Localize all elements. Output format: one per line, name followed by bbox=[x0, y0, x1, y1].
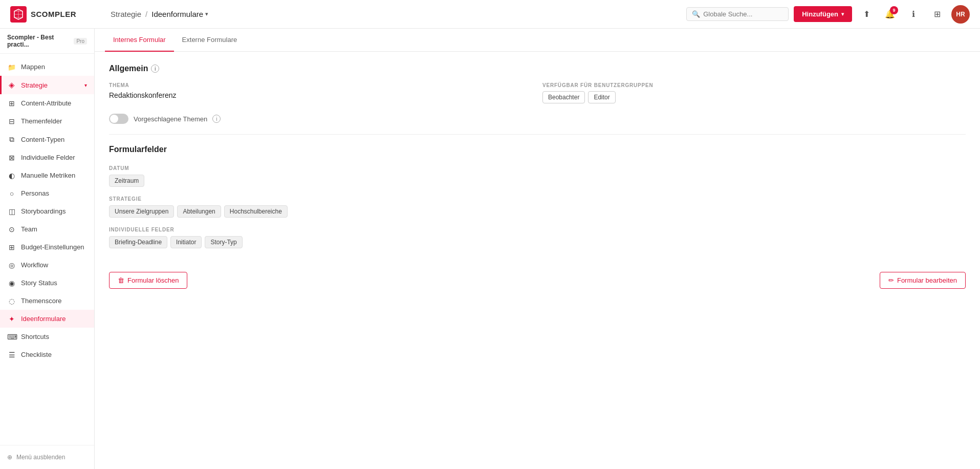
trash-icon: 🗑 bbox=[118, 276, 124, 284]
search-icon: 🔍 bbox=[692, 10, 700, 18]
allgemein-grid: THEMA Redaktionskonferenz VERFÜGBAR FÜR … bbox=[109, 82, 966, 103]
content-area: Allgemein i THEMA Redaktionskonferenz VE… bbox=[95, 52, 980, 301]
pencil-icon: ✏ bbox=[888, 276, 894, 284]
allgemein-info-icon[interactable]: i bbox=[151, 65, 159, 73]
section-allgemein-title: Allgemein i bbox=[109, 64, 966, 73]
share-icon: ⬆ bbox=[863, 9, 870, 19]
sidebar-item-story-status[interactable]: Story Status bbox=[0, 274, 94, 292]
sidebar-item-themenfelder[interactable]: Themenfelder bbox=[0, 112, 94, 130]
grid-icon: ⊞ bbox=[934, 9, 941, 19]
tag-hochschulbereiche: Hochschulbereiche bbox=[224, 205, 288, 218]
breadcrumb-root[interactable]: Strategie bbox=[111, 10, 141, 18]
delete-form-button[interactable]: 🗑 Formular löschen bbox=[109, 272, 187, 289]
tag-abteilungen: Abteilungen bbox=[177, 205, 221, 218]
hide-menu-button[interactable]: ⊕ Menü ausblenden bbox=[7, 451, 87, 464]
notifications-button[interactable]: 🔔 9 bbox=[881, 5, 899, 24]
strategy-icon: ◈ bbox=[7, 80, 16, 90]
tag-briefing-deadline: Briefing-Deadline bbox=[109, 236, 167, 248]
tab-internes-formular[interactable]: Internes Formular bbox=[105, 29, 174, 52]
share-button[interactable]: ⬆ bbox=[857, 5, 876, 24]
add-button-label: Hinzufügen bbox=[802, 10, 838, 18]
sidebar-item-shortcuts[interactable]: Shortcuts bbox=[0, 328, 94, 346]
strategie-label: STRATEGIE bbox=[109, 196, 142, 202]
themenfelder-icon bbox=[7, 117, 16, 125]
sidebar-label-workflow: Workflow bbox=[21, 261, 87, 269]
search-box[interactable]: 🔍 bbox=[686, 7, 789, 21]
sidebar-item-workflow[interactable]: Workflow bbox=[0, 256, 94, 274]
thema-label: THEMA bbox=[109, 82, 532, 88]
top-header: SCOMPLER Strategie / Ideenformulare ▾ 🔍 … bbox=[0, 0, 980, 29]
search-input[interactable] bbox=[703, 10, 783, 18]
strategie-tags: Unsere Zielgruppen Abteilungen Hochschul… bbox=[109, 205, 966, 218]
sidebar-label-content-attribute: Content-Attribute bbox=[21, 99, 87, 107]
sidebar-item-budget-einstellungen[interactable]: Budget-Einstellungen bbox=[0, 238, 94, 256]
sidebar-label-themenfelder: Themenfelder bbox=[21, 117, 87, 125]
hide-menu-icon: ⊕ bbox=[7, 454, 12, 461]
thema-field: THEMA Redaktionskonferenz bbox=[109, 82, 532, 103]
individuelle-felder-icon bbox=[7, 153, 16, 162]
sidebar-label-ideenformulare: Ideenformulare bbox=[21, 315, 87, 323]
attribute-icon bbox=[7, 99, 16, 108]
sidebar-item-individuelle-felder[interactable]: Individuelle Felder bbox=[0, 148, 94, 166]
app-body: Scompler - Best practi... Pro Mappen ◈ S… bbox=[0, 29, 980, 469]
sidebar-label-shortcuts: Shortcuts bbox=[21, 333, 87, 340]
sidebar-nav: Mappen ◈ Strategie ▾ Content-Attribute T… bbox=[0, 54, 94, 445]
sidebar-label-content-typen: Content-Typen bbox=[21, 136, 87, 143]
sidebar-item-ideenformulare[interactable]: Ideenformulare bbox=[0, 310, 94, 328]
benutzergruppen-label: VERFÜGBAR FÜR BENUTZERGRUPPEN bbox=[542, 82, 966, 88]
info-button[interactable]: ℹ bbox=[904, 5, 923, 24]
main-content: Internes Formular Externe Formulare Allg… bbox=[95, 29, 980, 469]
workspace-name: Scompler - Best practi... bbox=[7, 34, 70, 48]
content-typen-icon bbox=[7, 135, 16, 144]
sidebar-item-content-typen[interactable]: Content-Typen bbox=[0, 130, 94, 148]
sidebar-item-strategie[interactable]: ◈ Strategie ▾ bbox=[0, 76, 94, 94]
edit-form-button[interactable]: ✏ Formular bearbeiten bbox=[880, 272, 966, 289]
toggle-info-icon[interactable]: i bbox=[212, 115, 221, 123]
benutzergruppen-field: VERFÜGBAR FÜR BENUTZERGRUPPEN Beobachter… bbox=[542, 82, 966, 103]
grid-button[interactable]: ⊞ bbox=[928, 5, 946, 24]
formularfelder-section: Formularfelder DATUM Zeitraum STRATEGIE … bbox=[109, 145, 966, 248]
strategy-arrow-icon: ▾ bbox=[84, 82, 87, 88]
delete-button-label: Formular löschen bbox=[127, 276, 179, 284]
breadcrumb-separator: / bbox=[145, 10, 147, 18]
strategie-row: STRATEGIE Unsere Zielgruppen Abteilungen… bbox=[109, 194, 966, 218]
checkliste-icon bbox=[7, 350, 16, 359]
datum-label: DATUM bbox=[109, 165, 129, 171]
shortcuts-icon bbox=[7, 332, 16, 341]
vorgeschlagene-themen-toggle[interactable] bbox=[109, 114, 128, 124]
workspace-badge: Pro bbox=[74, 38, 87, 45]
sidebar-item-mappen[interactable]: Mappen bbox=[0, 58, 94, 76]
section-formularfelder-title: Formularfelder bbox=[109, 145, 966, 154]
tag-beobachter: Beobachter bbox=[542, 91, 585, 103]
sidebar-item-storyboardings[interactable]: Storyboardings bbox=[0, 202, 94, 220]
individuelle-felder-label: INDIVIDUELLE FELDER bbox=[109, 227, 174, 232]
sidebar-item-manuelle-metriken[interactable]: Manuelle Metriken bbox=[0, 166, 94, 184]
tag-editor: Editor bbox=[588, 91, 615, 103]
avatar-button[interactable]: HR bbox=[951, 5, 970, 24]
sidebar-item-personas[interactable]: Personas bbox=[0, 184, 94, 202]
notification-badge: 9 bbox=[890, 6, 898, 14]
datum-tags: Zeitraum bbox=[109, 175, 966, 187]
idea-icon bbox=[7, 314, 16, 323]
sidebar-item-team[interactable]: Team bbox=[0, 220, 94, 238]
individuelle-felder-row: INDIVIDUELLE FELDER Briefing-Deadline In… bbox=[109, 225, 966, 248]
toggle-row: Vorgeschlagene Themen i bbox=[109, 114, 966, 124]
page-tabs: Internes Formular Externe Formulare bbox=[95, 29, 980, 52]
folder-icon bbox=[7, 62, 16, 71]
edit-button-label: Formular bearbeiten bbox=[897, 276, 957, 284]
sidebar-item-content-attribute[interactable]: Content-Attribute bbox=[0, 94, 94, 112]
personas-icon bbox=[7, 189, 16, 198]
tab-externe-formulare[interactable]: Externe Formulare bbox=[174, 29, 246, 52]
sidebar-label-team: Team bbox=[21, 225, 87, 233]
thema-value: Redaktionskonferenz bbox=[109, 91, 532, 99]
add-button[interactable]: Hinzufügen ▾ bbox=[794, 6, 852, 22]
sidebar-item-checkliste[interactable]: Checkliste bbox=[0, 346, 94, 364]
manuelle-metriken-icon bbox=[7, 171, 16, 180]
workspace-info: Scompler - Best practi... Pro bbox=[0, 29, 94, 54]
sidebar-item-themenscore[interactable]: Themenscore bbox=[0, 292, 94, 310]
tag-unsere-zielgruppen: Unsere Zielgruppen bbox=[109, 205, 174, 218]
tag-zeitraum: Zeitraum bbox=[109, 175, 144, 187]
breadcrumb-current[interactable]: Ideenformulare ▾ bbox=[151, 10, 208, 18]
hide-menu-label: Menü ausblenden bbox=[16, 454, 65, 461]
section-divider bbox=[109, 134, 966, 135]
